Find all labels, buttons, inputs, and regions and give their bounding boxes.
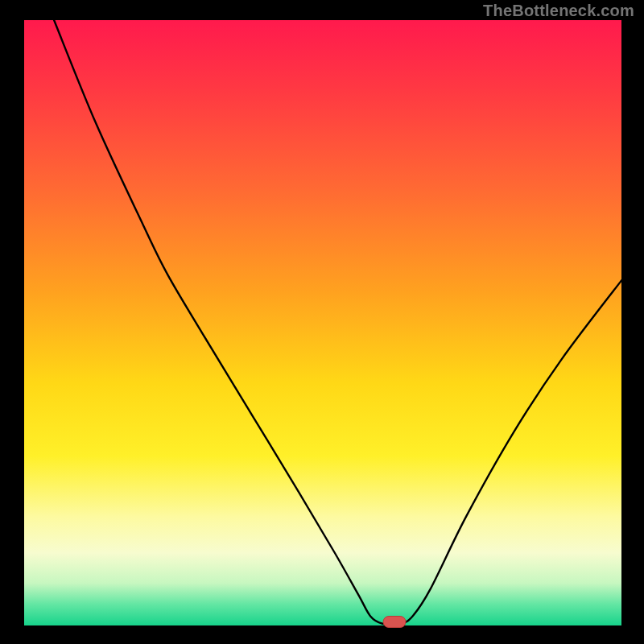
bottleneck-chart: TheBottleneck.com: [0, 0, 644, 644]
minimum-marker: [383, 616, 406, 627]
plot-area: [24, 20, 621, 625]
watermark-text: TheBottleneck.com: [483, 2, 634, 20]
chart-svg: [0, 0, 644, 644]
